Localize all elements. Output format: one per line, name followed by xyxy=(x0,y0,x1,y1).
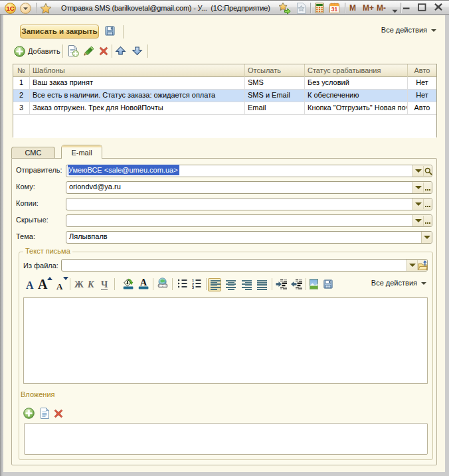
open-file-icon[interactable] xyxy=(418,260,428,271)
align-left-button[interactable] xyxy=(211,280,221,290)
minimize-button[interactable] xyxy=(401,1,416,14)
dropdown-arrow-icon[interactable] xyxy=(415,219,422,222)
underline-button[interactable]: Ч xyxy=(101,280,108,290)
table-row[interactable]: 3 Заказ отгружен. Трек для НовойПочты Em… xyxy=(13,102,436,115)
hyperlink-button[interactable] xyxy=(157,278,168,289)
add-row-icon[interactable] xyxy=(14,46,25,57)
title-bar: 1С Отправка SMS (barilkovetal@gmail.com)… xyxy=(0,0,449,15)
attachments-list[interactable] xyxy=(24,423,428,455)
system-menu-button[interactable] xyxy=(20,3,31,14)
move-down-button[interactable] xyxy=(132,45,143,56)
cell-send: SMS и Email xyxy=(248,91,304,99)
attachment-delete-button[interactable] xyxy=(54,409,63,418)
icon-bar xyxy=(226,287,236,288)
indent-decrease-button[interactable] xyxy=(291,279,303,289)
email-body-textarea[interactable] xyxy=(23,297,428,384)
icon-bar xyxy=(245,282,252,283)
add-favorite-icon[interactable] xyxy=(278,2,290,13)
caret-up-icon xyxy=(47,277,52,280)
favorites-star-icon[interactable] xyxy=(40,3,51,14)
icon-bar xyxy=(226,280,236,281)
maximize-button[interactable] xyxy=(416,1,430,14)
memory-recall-button[interactable]: M xyxy=(349,3,356,13)
chevron-down-icon[interactable] xyxy=(392,7,398,11)
all-actions-label: Все действия xyxy=(371,279,417,287)
save-and-close-button[interactable]: Записать и закрыть xyxy=(20,25,99,39)
titlebar-separator xyxy=(36,3,37,13)
templates-table[interactable]: № Шаблоны Отсылать Статус срабатывания А… xyxy=(13,64,437,137)
save-button[interactable] xyxy=(104,25,119,39)
to-combo[interactable]: oriondvd@ya.ru xyxy=(66,181,432,194)
sender-combo[interactable]: УмеюВСЕ <sale@umeu.com.ua> xyxy=(66,165,432,177)
search-icon[interactable] xyxy=(424,167,432,175)
table-row-selected[interactable]: 2 Все есть в наличии. Статус заказа: ожи… xyxy=(13,90,436,102)
attachment-open-button[interactable] xyxy=(40,408,49,419)
icon-bar xyxy=(211,283,221,285)
calculator-icon[interactable] xyxy=(315,3,326,14)
icon-bar xyxy=(228,285,234,287)
letter-color-icon: A xyxy=(138,278,149,289)
insert-picture-button[interactable] xyxy=(310,279,318,289)
col-header-send[interactable]: Отсылать xyxy=(248,66,281,74)
numbered-list-button[interactable]: 123 xyxy=(191,278,203,289)
col-header-num[interactable]: № xyxy=(13,66,29,74)
from-file-combo[interactable] xyxy=(61,259,428,272)
font-color-button[interactable]: A xyxy=(138,278,149,289)
bullet-list-button[interactable] xyxy=(177,278,189,289)
font-size-decrease-button[interactable]: A xyxy=(56,282,62,291)
font-button[interactable]: A xyxy=(26,280,34,291)
memory-subtract-button[interactable]: M- xyxy=(377,3,386,13)
font-size-increase-button[interactable]: A xyxy=(38,278,47,291)
close-button[interactable] xyxy=(431,1,446,14)
dropdown-arrow-icon[interactable] xyxy=(424,236,430,239)
align-right-button[interactable] xyxy=(242,280,252,290)
combo-button-separator xyxy=(423,216,424,226)
editor-all-actions-button[interactable]: Все действия xyxy=(371,279,426,287)
italic-button[interactable]: К xyxy=(88,280,94,289)
icon-bar xyxy=(257,289,267,290)
save-text-button[interactable] xyxy=(323,279,333,289)
background-color-button[interactable] xyxy=(123,278,134,289)
icon-bar xyxy=(429,206,430,207)
bcc-combo[interactable] xyxy=(66,214,432,227)
favorite-page-icon-disabled[interactable] xyxy=(296,3,308,14)
1c-logo-icon[interactable]: 1С xyxy=(5,3,16,14)
subject-combo[interactable]: Лялывпалв xyxy=(66,231,432,244)
add-row-button[interactable]: Добавить xyxy=(28,47,60,55)
align-justify-button[interactable] xyxy=(257,280,268,290)
edit-row-button[interactable] xyxy=(83,46,94,56)
col-header-template[interactable]: Шаблоны xyxy=(33,66,65,74)
calendar-icon[interactable]: 31 xyxy=(329,3,341,14)
grid-column-line xyxy=(407,77,408,89)
align-center-button[interactable] xyxy=(226,280,236,290)
tab-email[interactable]: E-mail xyxy=(61,145,102,159)
delete-row-button[interactable] xyxy=(99,46,108,56)
toolbar-separator xyxy=(62,44,63,58)
dropdown-arrow-icon[interactable] xyxy=(415,186,422,189)
form-all-actions-button[interactable]: Все действия xyxy=(381,26,436,34)
cell-status: Кнопка "Отгрузить" Новая поч xyxy=(308,104,406,112)
grid-column-line xyxy=(407,90,408,102)
memory-add-button[interactable]: M+ xyxy=(363,3,374,13)
move-up-button[interactable] xyxy=(115,45,126,56)
icon-bar xyxy=(245,285,252,287)
table-row[interactable]: 1 Ваш заказ принят SMS Без условий Нет xyxy=(13,77,436,90)
dropdown-arrow-icon[interactable] xyxy=(415,169,422,173)
dropdown-arrow-icon[interactable] xyxy=(409,264,416,267)
col-header-status[interactable]: Статус срабатывания xyxy=(308,66,381,74)
cc-label: Копии: xyxy=(16,199,39,207)
dropdown-arrow-icon[interactable] xyxy=(415,202,422,206)
copy-row-button[interactable] xyxy=(67,45,79,57)
table-empty-area[interactable] xyxy=(13,115,436,138)
cc-combo[interactable] xyxy=(66,198,432,210)
floppy-icon xyxy=(323,279,333,289)
indent-increase-button[interactable] xyxy=(276,279,288,289)
bold-button[interactable]: Ж xyxy=(74,280,84,289)
bcc-combo-buttons xyxy=(412,215,432,226)
attachment-add-button[interactable] xyxy=(23,408,35,419)
col-header-auto[interactable]: Авто xyxy=(407,66,437,74)
red-x-icon xyxy=(99,46,108,56)
icon-bar xyxy=(427,189,428,191)
icon-bar xyxy=(211,285,217,287)
tab-sms[interactable]: СМС xyxy=(11,147,55,158)
